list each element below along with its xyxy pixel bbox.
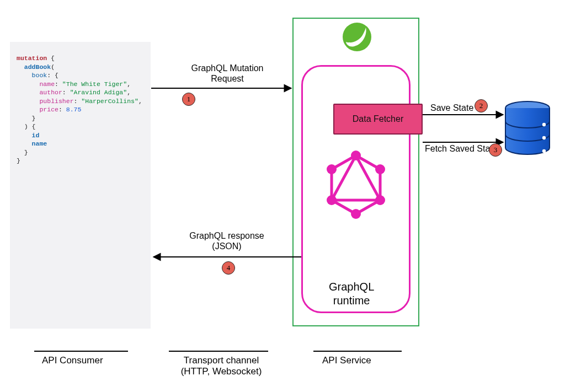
data-fetcher-box: Data Fetcher bbox=[333, 104, 423, 135]
label-mutation-request-l2: Request bbox=[211, 74, 244, 83]
step-badge-3: 3 bbox=[489, 143, 502, 157]
step-number-3: 3 bbox=[494, 146, 498, 154]
step-number-1: 1 bbox=[187, 95, 191, 104]
runtime-label-l2: runtime bbox=[333, 294, 370, 307]
step-number-4: 4 bbox=[227, 264, 231, 272]
underline-transport bbox=[169, 351, 268, 352]
label-save-state: Save State bbox=[430, 103, 473, 113]
code-field-publisher-val: "HarperCollins" bbox=[81, 98, 138, 105]
step-badge-2: 2 bbox=[475, 99, 488, 112]
code-param-book: book bbox=[32, 72, 47, 79]
code-keyword-mutation: mutation bbox=[17, 55, 47, 62]
svg-point-7 bbox=[327, 195, 337, 205]
label-fetch-state: Fetch Saved State bbox=[425, 143, 498, 154]
svg-point-12 bbox=[542, 149, 546, 153]
svg-point-8 bbox=[327, 164, 337, 174]
svg-point-3 bbox=[351, 151, 361, 160]
underline-consumer bbox=[34, 351, 128, 352]
code-field-author-val: "Aravind Adiga" bbox=[70, 89, 127, 96]
footer-transport: Transport channel (HTTP, Websocket) bbox=[169, 355, 274, 377]
svg-point-1 bbox=[348, 42, 351, 45]
runtime-label-l1: GraphQL bbox=[329, 281, 374, 293]
svg-point-10 bbox=[542, 123, 546, 126]
label-response: GraphQL response (JSON) bbox=[185, 230, 268, 251]
step-badge-1: 1 bbox=[182, 93, 195, 106]
code-selection-id: id bbox=[32, 132, 40, 139]
code-field-author-key: author bbox=[39, 89, 62, 96]
label-response-l2: (JSON) bbox=[212, 241, 241, 251]
svg-point-6 bbox=[351, 209, 361, 219]
graphql-runtime-label: GraphQL runtime bbox=[329, 280, 374, 308]
diagram-stage: mutation { addBook( book: { name: "The W… bbox=[0, 0, 565, 392]
svg-point-11 bbox=[542, 136, 546, 139]
database-icon bbox=[503, 100, 552, 160]
code-field-price-key: price bbox=[39, 106, 58, 113]
code-fn-name: addBook bbox=[24, 63, 51, 71]
code-field-publisher-key: publisher bbox=[39, 98, 73, 105]
spring-icon bbox=[342, 22, 372, 52]
api-consumer-panel: mutation { addBook( book: { name: "The W… bbox=[10, 42, 151, 329]
data-fetcher-label: Data Fetcher bbox=[353, 114, 403, 124]
svg-point-5 bbox=[375, 195, 385, 205]
graphql-logo-icon bbox=[325, 150, 387, 219]
underline-service bbox=[313, 351, 402, 352]
code-field-name-val: "The White Tiger" bbox=[62, 80, 127, 88]
step-number-2: 2 bbox=[479, 101, 483, 110]
step-badge-4: 4 bbox=[222, 261, 235, 275]
graphql-mutation-code: mutation { addBook( book: { name: "The W… bbox=[17, 54, 144, 165]
label-mutation-request: GraphQL Mutation Request bbox=[183, 63, 271, 84]
code-selection-name: name bbox=[32, 140, 47, 147]
svg-point-4 bbox=[375, 164, 385, 174]
footer-transport-l2: (HTTP, Websocket) bbox=[181, 366, 262, 377]
svg-point-0 bbox=[343, 23, 371, 51]
label-mutation-request-l1: GraphQL Mutation bbox=[191, 63, 263, 73]
code-field-price-val: 8.75 bbox=[66, 106, 82, 113]
label-response-l1: GraphQL response bbox=[189, 231, 264, 240]
footer-transport-l1: Transport channel bbox=[184, 355, 259, 366]
footer-consumer: API Consumer bbox=[42, 355, 103, 366]
code-field-name-key: name bbox=[39, 80, 55, 88]
footer-service: API Service bbox=[322, 355, 371, 366]
